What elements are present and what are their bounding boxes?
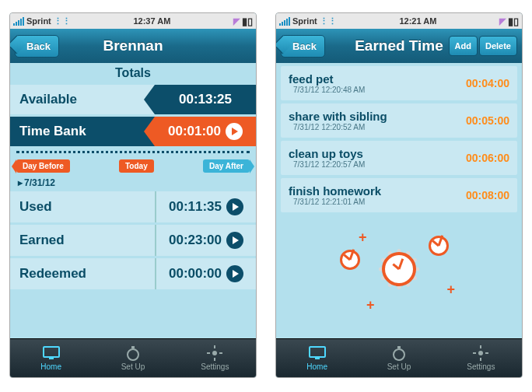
svg-rect-0 [44,347,59,357]
clock-icon [382,252,416,286]
stopwatch-icon [390,345,408,361]
totals-header: Totals [10,63,256,85]
delete-button[interactable]: Delete [479,36,517,56]
used-value: 00:11:35 [169,199,222,215]
available-row[interactable]: Available 00:13:25 [10,85,256,114]
tab-home-label: Home [40,362,61,371]
stopwatch-icon [124,345,142,361]
plus-icon: + [359,229,367,246]
svg-rect-17 [485,352,488,354]
wifi-icon: ⋮⋮ [320,16,337,26]
svg-rect-16 [473,352,476,354]
svg-rect-7 [207,352,210,354]
svg-rect-15 [480,358,481,361]
back-button[interactable]: Back [15,35,59,58]
status-bar: Sprint ⋮⋮ 12:37 AM ◤ ▮▯ [10,13,256,29]
location-icon: ◤ [233,16,240,26]
tab-setup-label: Set Up [121,362,145,371]
day-nav: Day Before Today Day After [10,158,256,176]
tab-home-label: Home [306,362,327,371]
content: feed pet7/31/12 12:20:48 AM 00:04:00 sha… [276,63,522,338]
earned-value: 00:23:00 [169,233,222,248]
battery-icon: ▮▯ [242,16,253,27]
nav-bar: Back Brennan [10,29,256,63]
location-icon: ◤ [499,16,506,26]
plus-icon: + [446,282,455,298]
earned-row[interactable]: Earned 00:23:00 [10,225,256,256]
tab-settings[interactable]: Settings [174,339,256,377]
tab-setup[interactable]: Set Up [358,339,439,377]
tab-settings[interactable]: Settings [440,339,522,377]
earned-label: Earned [10,233,155,248]
back-button[interactable]: Back [281,35,325,58]
status-time: 12:21 AM [337,16,499,26]
date-label: 7/31/12 [10,176,256,191]
clock-icon [429,236,449,256]
add-button[interactable]: Add [449,36,478,56]
timebank-label: Time Bank [10,117,155,146]
list-item[interactable]: finish homework7/31/12 12:21:01 AM 00:08… [281,178,517,212]
svg-rect-6 [214,358,215,361]
status-time: 12:37 AM [71,16,233,26]
timebank-row[interactable]: Time Bank 00:01:00 [10,117,256,146]
tab-setup[interactable]: Set Up [92,339,173,377]
redeemed-row[interactable]: Redeemed 00:00:00 [10,258,256,289]
wifi-icon: ⋮⋮ [54,16,71,26]
divider [16,151,250,153]
svg-rect-9 [310,347,325,357]
phone-left: Sprint ⋮⋮ 12:37 AM ◤ ▮▯ Back Brennan Tot… [9,12,257,378]
tab-home[interactable]: Home [276,339,358,377]
play-icon[interactable] [226,123,243,140]
tab-bar: Home Set Up Settings [10,338,256,377]
svg-rect-1 [49,358,54,359]
list-item[interactable]: feed pet7/31/12 12:20:48 AM 00:04:00 [281,66,517,100]
item-timestamp: 7/31/12 12:21:01 AM [293,198,381,206]
nav-bar: Back Earned Time Add Delete [276,29,522,63]
day-after-button[interactable]: Day After [203,159,250,173]
item-title: clean up toys [289,147,365,160]
phone-right: Sprint ⋮⋮ 12:21 AM ◤ ▮▯ Back Earned Time… [275,12,523,378]
play-icon[interactable] [226,265,243,282]
monitor-icon [42,345,61,361]
svg-rect-12 [397,346,401,348]
item-timestamp: 7/31/12 12:20:52 AM [293,123,387,131]
clock-icon [340,250,360,270]
tab-setup-label: Set Up [387,362,411,371]
play-icon[interactable] [226,232,243,249]
timebank-value: 00:01:00 [168,124,221,139]
clock-illustration: + + + [276,215,522,323]
play-icon[interactable] [226,198,243,215]
item-duration: 00:06:00 [466,152,509,164]
svg-point-11 [394,349,404,360]
list-item[interactable]: share with sibling7/31/12 12:20:52 AM 00… [281,103,517,138]
carrier-label: Sprint [292,16,317,26]
available-value: 00:13:25 [179,92,232,107]
status-bar: Sprint ⋮⋮ 12:21 AM ◤ ▮▯ [276,13,522,29]
content: Totals Available 00:13:25 Time Bank 00:0… [10,63,256,338]
gear-icon [471,345,490,361]
tab-settings-label: Settings [467,362,495,371]
plus-icon: + [366,297,375,313]
item-title: finish homework [289,184,381,198]
redeemed-label: Redeemed [10,266,155,282]
svg-rect-14 [480,345,481,348]
tab-settings-label: Settings [201,362,229,371]
svg-rect-5 [214,345,215,348]
today-button[interactable]: Today [119,159,154,173]
day-before-button[interactable]: Day Before [16,159,70,173]
svg-point-4 [212,351,217,355]
carrier-label: Sprint [26,16,51,26]
svg-rect-10 [315,358,320,359]
item-duration: 00:05:00 [466,114,509,127]
gear-icon [205,345,224,361]
tab-home[interactable]: Home [10,339,92,377]
tab-bar: Home Set Up Settings [276,338,522,377]
list-item[interactable]: clean up toys7/31/12 12:20:57 AM 00:06:0… [281,141,517,175]
item-duration: 00:04:00 [466,77,509,89]
svg-rect-8 [219,352,222,354]
used-label: Used [10,199,155,215]
used-row[interactable]: Used 00:11:35 [10,191,256,222]
svg-point-2 [128,349,138,360]
item-title: share with sibling [289,110,387,123]
available-label: Available [10,85,155,114]
